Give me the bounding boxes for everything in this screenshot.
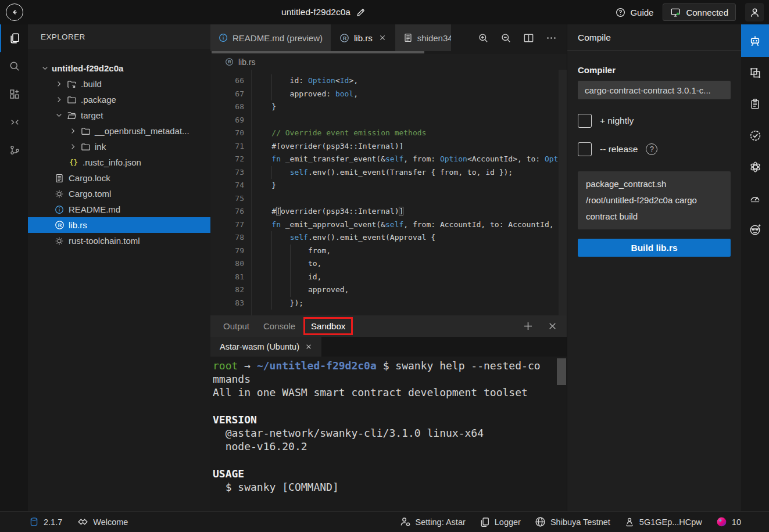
code-line-70: 70 // Override event emission methods [210,127,567,140]
split-editor-button[interactable] [520,29,537,46]
more-button[interactable] [542,29,560,46]
code-line-content[interactable]: #[overrider(psp34::Internal)] [251,140,567,153]
code-line-content[interactable]: from, [251,245,567,258]
tree-item-lib-rs[interactable]: Rlib.rs [28,217,210,233]
tree-item-readme-md[interactable]: README.md [28,202,210,217]
tree-item-target[interactable]: target [28,107,210,123]
folder-build-icon [66,79,77,89]
activity-search[interactable] [0,52,28,80]
rename-pencil-icon[interactable] [356,8,366,17]
line-number: 81 [210,271,251,284]
code-line-content[interactable] [251,114,567,127]
tab-readme-md-preview[interactable]: README.md (preview) [210,24,331,51]
code-line-content[interactable]: self.env().emit_event(Transfer { from, t… [251,166,567,179]
terminal-line: node-v16.20.2 [213,440,567,453]
tree-item-ink[interactable]: ink [28,139,210,154]
tree-item-cargo-lock[interactable]: Cargo.lock [28,170,210,186]
code-line-content[interactable]: fn _emit_transfer_event(&self, from: Opt… [251,153,567,166]
connected-button[interactable]: Connected [663,3,736,21]
terminal-line [213,453,567,466]
terminal-line: root → ~/untitled-f29d2c0a $ swanky help… [213,359,567,372]
terminal-line: USAGE [213,467,567,480]
guide-button[interactable]: Guide [616,8,653,17]
line-number: 75 [210,192,251,206]
status-welcome[interactable]: Welcome [77,516,128,527]
code-line-content[interactable]: }); [251,297,567,310]
close-tab-icon[interactable] [378,34,387,42]
zoom-in-button[interactable] [474,29,492,46]
activity-cool-emoji[interactable] [741,214,769,245]
terminal-scrollbar-thumb[interactable] [557,358,566,385]
code-line-content[interactable]: id, [251,271,567,284]
activity-openai[interactable] [741,151,769,182]
activity-angle-brackets[interactable] [0,108,28,136]
zoom-out-button[interactable] [497,29,514,46]
tree-item-build[interactable]: .build [28,76,210,92]
handshake-icon [77,516,88,527]
activity-ai-bot[interactable] [741,24,769,57]
tree-item-package[interactable]: .package [28,92,210,107]
polkadot-icon [716,516,727,527]
nightly-checkbox[interactable] [578,114,592,128]
tree-item-untitled-f29d2c0a[interactable]: untitled-f29d2c0a [28,60,210,76]
bottom-panel: OutputConsoleSandbox Astar-wasm (Ubuntu) [210,315,567,511]
new-terminal-button[interactable] [523,321,534,332]
folder-icon [66,95,77,105]
activity-source-control[interactable] [0,136,28,164]
panel-tab-output[interactable]: Output [217,318,255,334]
close-terminal-icon[interactable] [305,343,312,350]
activity-verified-badge[interactable] [741,120,769,151]
status-bar: 2.1.7Welcome Setting: AstarLoggerShibuya… [0,511,769,532]
code-line-content[interactable]: self.env().emit_event(Approval { [251,231,567,245]
panel-tab-console[interactable]: Console [257,318,301,334]
tree-item-openbrush-metadat[interactable]: __openbrush_metadat... [28,123,210,139]
project-title: untitled-f29d2c0a [281,7,350,17]
globe-icon [535,516,546,527]
status-logger[interactable]: Logger [480,517,521,527]
breadcrumb[interactable]: R lib.rs [210,54,567,70]
code-editor[interactable]: 66 id: Option<Id>,67 approved: bool,68 }… [210,70,567,315]
code-line-content[interactable]: to, [251,257,567,271]
code-line-content[interactable]: approved: bool, [251,88,567,101]
clipboard-icon [749,98,761,110]
code-line-content[interactable]: fn _emit_approval_event(&self, from: Acc… [251,218,567,232]
tree-item-rust-toolchain-toml[interactable]: rust-toolchain.toml [28,233,210,249]
activity-gauge[interactable] [741,182,769,214]
code-line-content[interactable] [251,192,567,206]
code-line-content[interactable]: #[overrider(psp34::Internal)] [251,205,567,218]
terminal[interactable]: root → ~/untitled-f29d2c0a $ swanky help… [210,357,567,511]
code-line-content[interactable]: } [251,100,567,114]
editor-scrollbar[interactable] [559,70,567,315]
code-line-76: 76 #[overrider(psp34::Internal)] [210,205,567,218]
openai-icon [749,161,761,173]
status-10[interactable]: 10 [716,516,741,527]
code-line-content[interactable]: // Override event emission methods [251,127,567,140]
build-button[interactable]: Build lib.rs [578,239,731,257]
terminal-tab-astar-wasm[interactable]: Astar-wasm (Ubuntu) [210,337,321,357]
release-checkbox[interactable] [578,142,592,156]
code-line-66: 66 id: Option<Id>, [210,74,567,88]
tree-item-cargo-toml[interactable]: Cargo.toml [28,186,210,202]
activity-extensions[interactable] [0,80,28,108]
status-shibuya-testnet[interactable]: Shibuya Testnet [535,516,610,527]
close-panel-button[interactable] [548,321,557,331]
status-5g1gep-hcpw[interactable]: 5G1GEp...HCpw [624,517,702,527]
code-line-content[interactable]: } [251,179,567,192]
activity-clipboard[interactable] [741,88,769,120]
code-line-content[interactable]: approved, [251,283,567,297]
avatar[interactable] [745,3,764,21]
line-number: 69 [210,114,251,127]
tab-lib-rs[interactable]: Rlib.rs [331,24,395,51]
panel-tab-sandbox[interactable]: Sandbox [303,317,353,335]
code-line-content[interactable]: id: Option<Id>, [251,74,567,88]
compiler-select[interactable]: cargo-contract-contract 3.0.1-c... [578,81,731,99]
tree-item-rustc-info-json[interactable]: {}.rustc_info.json [28,154,210,170]
status-2-1-7[interactable]: 2.1.7 [29,517,62,527]
activity-frames[interactable] [741,57,769,88]
activity-files[interactable] [0,24,28,52]
status-setting-astar[interactable]: Setting: Astar [400,516,466,527]
tab-shiden34[interactable]: shiden34 [395,24,451,51]
svg-text:R: R [58,222,62,228]
release-help-icon[interactable]: ? [646,143,657,155]
tabstrip-scrollbar-thumb[interactable] [212,51,424,53]
